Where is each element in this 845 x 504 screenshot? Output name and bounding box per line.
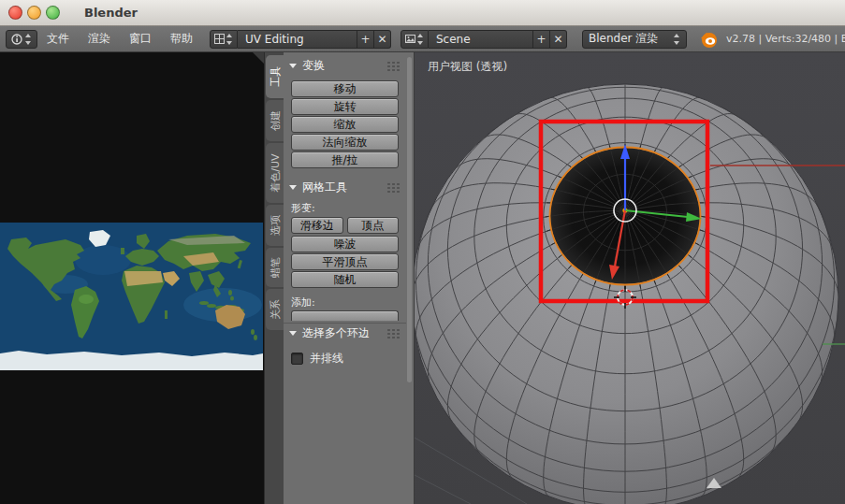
menu-render[interactable]: 渲染 bbox=[79, 31, 120, 47]
close-button[interactable] bbox=[8, 6, 22, 20]
panel-header-transform[interactable]: 变换 bbox=[289, 56, 401, 75]
delete-scene-button[interactable]: ✕ bbox=[550, 30, 567, 49]
blender-window: Blender 文件 渲染 窗口 帮助 UV Editin bbox=[0, 0, 845, 504]
rotate-button[interactable]: 旋转 bbox=[291, 98, 399, 115]
panel-header-operator[interactable]: 选择多个环边 bbox=[289, 324, 401, 342]
ring-checkbox[interactable] bbox=[291, 353, 303, 365]
screen-layout-name-field[interactable]: UV Editing bbox=[238, 30, 357, 49]
info-editor-icon bbox=[11, 34, 22, 45]
3d-viewport-render bbox=[415, 52, 845, 504]
updown-arrows-icon bbox=[674, 34, 680, 45]
clipped-button[interactable] bbox=[291, 310, 399, 321]
viewport-view-label: 用户视图 (透视) bbox=[428, 59, 507, 75]
translate-button[interactable]: 移动 bbox=[291, 80, 399, 97]
scale-button[interactable]: 缩放 bbox=[291, 116, 399, 133]
tab-create[interactable]: 创建 bbox=[266, 100, 284, 141]
add-label: 添加: bbox=[291, 295, 399, 310]
maximize-button[interactable] bbox=[46, 6, 60, 20]
add-scene-button[interactable]: + bbox=[533, 30, 550, 49]
tool-shelf-panels: 变换 移动 旋转 缩放 法向缩放 推/拉 网格工具 形变: 滑移边 bbox=[284, 52, 404, 504]
world-map-image bbox=[0, 223, 263, 370]
updown-arrows-icon bbox=[417, 34, 424, 45]
collapse-arrow-icon bbox=[289, 331, 297, 336]
main-content: 工具 创建 着色/UV 选项 蜡笔 关系 变换 移动 旋转 缩放 法向缩放 bbox=[0, 52, 845, 504]
vertex-slide-button[interactable]: 顶点 bbox=[347, 217, 400, 234]
scene-selector: Scene + ✕ bbox=[401, 30, 567, 49]
push-pull-button[interactable]: 推/拉 bbox=[291, 151, 399, 168]
panel-header-mesh-tools[interactable]: 网格工具 bbox=[289, 178, 401, 196]
collapse-arrow-icon bbox=[289, 185, 297, 190]
panel-drag-dots-icon[interactable] bbox=[386, 328, 401, 338]
screen-layout-icon bbox=[214, 34, 225, 44]
deform-label: 形变: bbox=[291, 201, 399, 215]
edge-slide-button[interactable]: 滑移边 bbox=[291, 217, 343, 234]
panel-drag-dots-icon[interactable] bbox=[386, 182, 401, 193]
collapse-arrow-icon bbox=[289, 64, 297, 68]
menu-help[interactable]: 帮助 bbox=[161, 31, 202, 47]
tab-relations[interactable]: 关系 bbox=[266, 289, 284, 330]
titlebar: Blender bbox=[0, 0, 845, 26]
render-engine-value: Blender 渲染 bbox=[589, 31, 658, 47]
scene-browse-button[interactable] bbox=[401, 30, 429, 49]
tool-shelf: 工具 创建 着色/UV 选项 蜡笔 关系 变换 移动 旋转 缩放 法向缩放 bbox=[265, 52, 415, 504]
window-title: Blender bbox=[84, 6, 138, 20]
tab-shading-uv[interactable]: 着色/UV bbox=[266, 143, 284, 203]
editor-type-button[interactable] bbox=[6, 30, 37, 49]
menu-file[interactable]: 文件 bbox=[37, 31, 79, 47]
ring-checkbox-label: 并排线 bbox=[310, 351, 343, 367]
tab-grease-pencil[interactable]: 蜡笔 bbox=[266, 248, 284, 287]
updown-arrows-icon bbox=[25, 34, 32, 45]
tool-shelf-tabs: 工具 创建 着色/UV 选项 蜡笔 关系 bbox=[266, 55, 284, 330]
tool-shelf-scrollbar[interactable] bbox=[407, 57, 412, 382]
noise-button[interactable]: 噪波 bbox=[291, 236, 399, 252]
uv-image-editor[interactable] bbox=[0, 52, 265, 504]
panel-drag-dots-icon[interactable] bbox=[386, 61, 401, 71]
render-engine-dropdown[interactable]: Blender 渲染 bbox=[582, 30, 687, 49]
blender-logo-icon bbox=[700, 30, 719, 49]
randomize-button[interactable]: 随机 bbox=[291, 271, 399, 288]
tab-options[interactable]: 选项 bbox=[266, 205, 284, 246]
tab-tools[interactable]: 工具 bbox=[266, 55, 284, 98]
screen-layout-selector: UV Editing + ✕ bbox=[210, 30, 391, 49]
scene-icon bbox=[405, 34, 415, 44]
scene-name-field[interactable]: Scene bbox=[429, 30, 533, 49]
info-header: 文件 渲染 窗口 帮助 UV Editing + ✕ bbox=[0, 26, 845, 52]
delete-screen-layout-button[interactable]: ✕ bbox=[374, 30, 391, 49]
minimize-button[interactable] bbox=[27, 6, 41, 20]
add-screen-layout-button[interactable]: + bbox=[357, 30, 374, 49]
shrink-fatten-button[interactable]: 法向缩放 bbox=[291, 134, 399, 151]
updown-arrows-icon bbox=[226, 34, 233, 45]
screen-layout-browse-button[interactable] bbox=[210, 30, 238, 49]
menu-window[interactable]: 窗口 bbox=[120, 31, 161, 47]
smooth-vertex-button[interactable]: 平滑顶点 bbox=[291, 253, 399, 270]
3d-viewport[interactable]: 用户视图 (透视) bbox=[415, 52, 845, 504]
area-corner-grip[interactable] bbox=[253, 52, 264, 64]
scene-stats: v2.78 | Verts:32/480 | Edges bbox=[726, 33, 845, 45]
